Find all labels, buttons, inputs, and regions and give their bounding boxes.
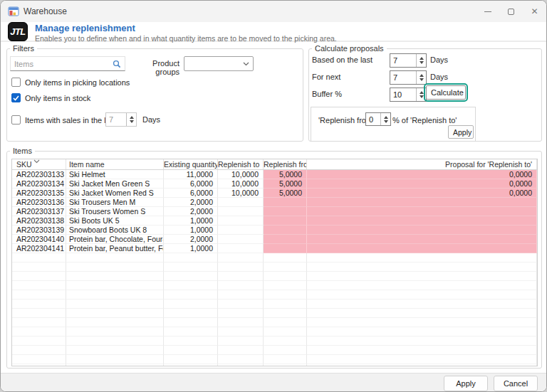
items-section-label: Items [10, 147, 35, 156]
maximize-button[interactable] [499, 1, 523, 22]
cell-existing: 11,0000 [164, 170, 218, 179]
cell-sku: AR202303133 [12, 170, 66, 179]
table-row[interactable]: AR202304140Protein bar, Chocolate, Four-… [12, 235, 537, 244]
product-groups-select[interactable] [184, 56, 254, 71]
replenish-percent-spinner[interactable]: 0 [365, 112, 391, 126]
arrow-down-icon [130, 120, 134, 123]
empty-cell [164, 300, 218, 309]
empty-cell [12, 346, 66, 355]
spinner-arrows[interactable] [380, 113, 390, 125]
empty-cell [264, 290, 307, 300]
cell-name: Ski Boots UK 5 [66, 216, 164, 226]
cell-sku: AR202303137 [12, 207, 66, 216]
cell-proposal: 0,0000 [307, 179, 537, 189]
empty-cell [264, 272, 307, 281]
spinner-value: 0 [366, 113, 380, 125]
cell-proposal [307, 244, 537, 253]
sales-days-unit: Days [142, 115, 160, 124]
empty-cell [218, 318, 264, 327]
arrow-down-icon [420, 78, 424, 81]
cell-name: Protein bar, Chocolate, Four-pack [66, 235, 164, 244]
cell-replenish-to [218, 244, 264, 253]
apply-button[interactable]: Apply [444, 376, 488, 391]
close-button[interactable]: ✕ [523, 1, 546, 22]
arrow-up-icon [420, 91, 424, 94]
spinner-arrows[interactable] [416, 71, 426, 84]
empty-cell [264, 263, 307, 272]
footer-bar: Apply Cancel [1, 373, 546, 392]
empty-row [12, 346, 537, 355]
search-icon [113, 60, 121, 68]
for-next-spinner[interactable]: 7 [390, 70, 427, 85]
empty-row [12, 355, 537, 364]
replenish-apply-button[interactable]: Apply [448, 125, 474, 139]
empty-row [12, 327, 537, 337]
cell-replenish-to [218, 216, 264, 226]
for-next-label: For next [312, 73, 340, 81]
empty-cell [307, 318, 537, 327]
checkbox-only-in-stock[interactable]: Only items in stock [11, 93, 90, 102]
calculate-proposals-section: Calculate proposals Based on the last 7 … [308, 48, 542, 142]
minimize-button[interactable] [476, 1, 499, 22]
table-row[interactable]: AR202303135Ski Jacket Women Red S6,00001… [12, 189, 537, 198]
cell-name: Protein bar, Peanut butter, Four-p... [66, 244, 164, 253]
empty-cell [12, 263, 66, 272]
cancel-button[interactable]: Cancel [494, 376, 538, 391]
cell-name: Ski Trousers Women S [66, 207, 164, 216]
items-search-input[interactable]: Items [10, 56, 125, 71]
based-on-last-label: Based on the last [312, 55, 373, 64]
table-row[interactable]: AR202303136Ski Trousers Men M2,0000 [12, 198, 537, 207]
sales-days-spinner[interactable]: 7 [105, 112, 137, 127]
checkbox-only-picking-locations[interactable]: Only items in picking locations [11, 78, 130, 87]
table-row[interactable]: AR202303139Snowboard Boots UK 81,0000 [12, 226, 537, 235]
empty-cell [307, 346, 537, 355]
empty-cell [66, 272, 164, 281]
cell-existing: 1,0000 [164, 226, 218, 235]
column-header-replenish-to[interactable]: Replenish to [218, 159, 264, 169]
empty-cell [218, 253, 264, 263]
column-header-proposal[interactable]: Proposal for 'Replenish to' [307, 159, 537, 169]
empty-cell [218, 355, 264, 364]
cell-proposal [307, 216, 537, 226]
spinner-arrows[interactable] [416, 88, 426, 101]
table-row[interactable]: AR202304141Protein bar, Peanut butter, F… [12, 244, 537, 253]
spinner-value: 10 [390, 88, 416, 101]
cell-existing: 1,0000 [164, 216, 218, 226]
empty-cell [218, 281, 264, 290]
empty-row [12, 337, 537, 346]
cell-existing: 2,0000 [164, 235, 218, 244]
empty-cell [164, 290, 218, 300]
empty-cell [264, 318, 307, 327]
checkbox-items-with-sales[interactable]: Items with sales in the last [11, 115, 116, 125]
empty-cell [218, 327, 264, 337]
items-section: Items SKU Item name Existing quantity Re… [6, 151, 542, 369]
window-title: Warehouse [24, 6, 67, 16]
empty-row [12, 272, 537, 281]
table-row[interactable]: AR202303137Ski Trousers Women S2,0000 [12, 207, 537, 216]
spinner-arrows[interactable] [416, 54, 426, 67]
empty-cell [264, 253, 307, 263]
empty-cell [264, 309, 307, 318]
table-row[interactable]: AR202303133Ski Helmet11,000010,00005,000… [12, 170, 537, 179]
calculate-button[interactable]: Calculate [426, 85, 466, 100]
cell-sku: AR202303134 [12, 179, 66, 189]
column-header-existing-quantity[interactable]: Existing quantity [164, 159, 218, 169]
arrow-down-icon [420, 61, 424, 64]
empty-cell [307, 253, 537, 263]
empty-cell [66, 337, 164, 346]
checkbox-icon [11, 115, 21, 125]
column-header-replenish-from[interactable]: Replenish from [264, 159, 307, 169]
cell-sku: AR202303139 [12, 226, 66, 235]
table-row[interactable]: AR202303134Ski Jacket Men Green S6,00001… [12, 179, 537, 189]
checkbox-icon [11, 93, 21, 102]
arrow-up-icon [130, 116, 134, 119]
cell-replenish-from: 5,0000 [264, 189, 307, 198]
column-header-item-name[interactable]: Item name [66, 159, 164, 169]
spinner-arrows[interactable] [126, 113, 136, 126]
items-table-header: SKU Item name Existing quantity Replenis… [12, 159, 537, 170]
table-row[interactable]: AR202303138Ski Boots UK 51,0000 [12, 216, 537, 226]
buffer-spinner[interactable]: 10 [390, 88, 427, 102]
based-on-last-spinner[interactable]: 7 [390, 53, 427, 68]
empty-cell [264, 355, 307, 364]
empty-cell [218, 364, 264, 366]
